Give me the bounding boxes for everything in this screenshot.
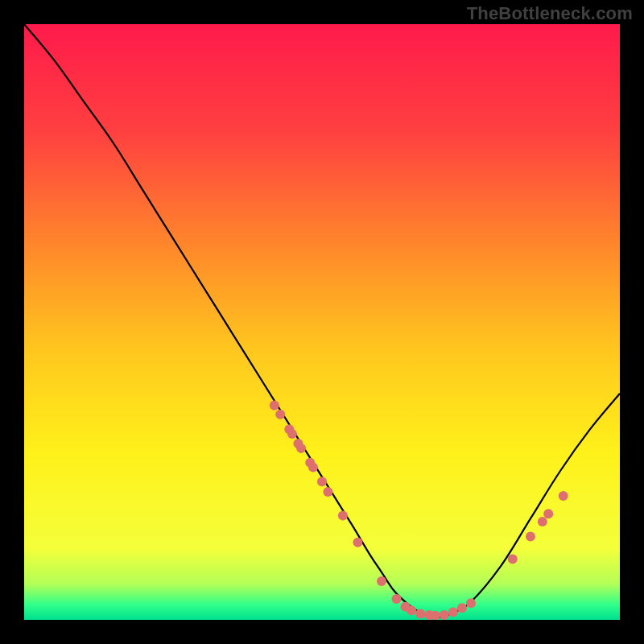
curve-marker bbox=[559, 491, 568, 501]
curve-marker bbox=[407, 605, 416, 615]
curve-marker bbox=[338, 511, 348, 521]
curve-marker bbox=[508, 555, 518, 564]
curve-marker bbox=[377, 576, 386, 586]
curve-marker bbox=[466, 598, 476, 608]
curve-marker bbox=[538, 517, 547, 526]
curve-marker bbox=[287, 429, 297, 439]
curve-marker bbox=[448, 607, 458, 617]
curve-marker bbox=[440, 610, 449, 620]
curve-marker bbox=[275, 410, 285, 419]
curve-marker bbox=[526, 531, 535, 541]
gradient-background bbox=[24, 24, 620, 620]
curve-marker bbox=[543, 509, 553, 518]
outer-frame: TheBottleneck.com bbox=[0, 0, 644, 644]
curve-marker bbox=[457, 603, 467, 613]
curve-marker bbox=[308, 463, 318, 473]
curve-marker bbox=[296, 444, 306, 453]
curve-marker bbox=[353, 538, 362, 547]
watermark-text: TheBottleneck.com bbox=[467, 3, 633, 24]
curve-marker bbox=[323, 487, 332, 497]
curve-marker bbox=[270, 401, 279, 411]
curve-marker bbox=[392, 594, 402, 604]
chart-svg bbox=[24, 24, 620, 620]
curve-marker bbox=[317, 477, 327, 486]
curve-marker bbox=[415, 609, 425, 619]
chart-canvas bbox=[24, 24, 620, 620]
